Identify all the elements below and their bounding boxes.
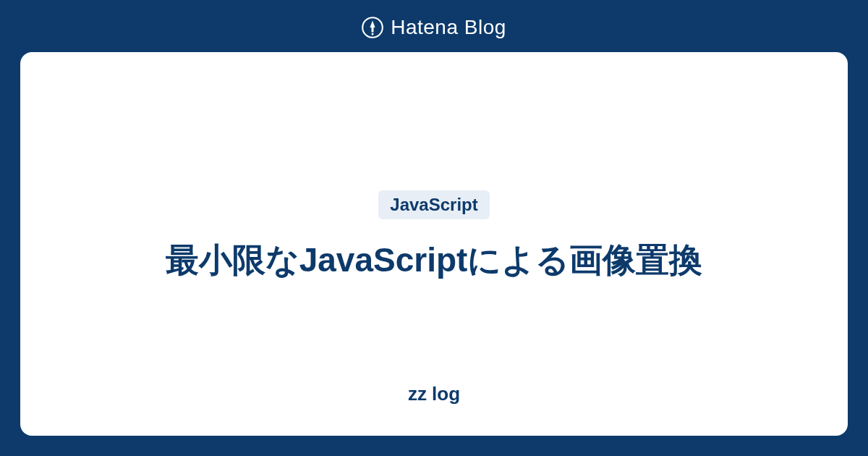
category-tag: JavaScript — [378, 190, 489, 219]
content-card: JavaScript 最小限なJavaScriptによる画像置換 zz log — [20, 52, 848, 436]
brand-text: Hatena Blog — [391, 16, 506, 39]
article-title: 最小限なJavaScriptによる画像置換 — [166, 237, 703, 283]
hatena-logo-icon — [362, 17, 383, 38]
header: Hatena Blog — [0, 0, 868, 52]
blog-name: zz log — [408, 383, 460, 405]
svg-point-1 — [372, 33, 374, 35]
